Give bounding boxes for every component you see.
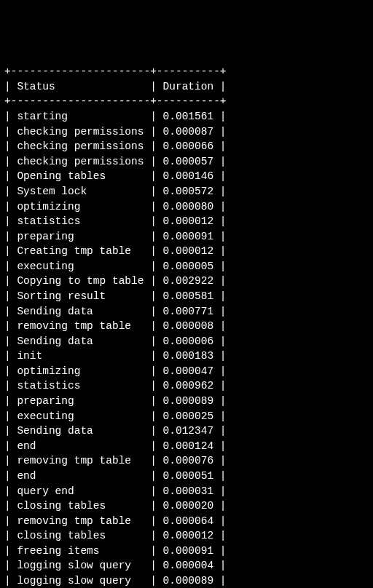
table-row: | removing tmp table | 0.000064 |: [4, 514, 369, 529]
table-row: | end | 0.000124 |: [4, 439, 369, 454]
table-row: | optimizing | 0.000080 |: [4, 199, 369, 215]
table-row: | checking permissions | 0.000087 |: [4, 124, 369, 140]
table-sep-mid: +----------------------+----------+: [4, 94, 369, 109]
table-row: | removing tmp table | 0.000076 |: [4, 453, 369, 469]
table-row: | logging slow query | 0.000089 |: [4, 573, 369, 588]
table-row: | init | 0.000183 |: [4, 349, 369, 364]
table-row: | Copying to tmp table | 0.002922 |: [4, 274, 369, 289]
table-row: | executing | 0.000005 |: [4, 259, 369, 274]
table-header: | Status | Duration |: [4, 79, 369, 95]
table-row: | optimizing | 0.000047 |: [4, 364, 369, 379]
table-row: | closing tables | 0.000012 |: [4, 528, 369, 544]
table-row: | freeing items | 0.000091 |: [4, 544, 369, 559]
table-row: | Opening tables | 0.000146 |: [4, 169, 369, 184]
table-row: | executing | 0.000025 |: [4, 409, 369, 424]
table-row: | checking permissions | 0.000057 |: [4, 154, 369, 170]
table-row: | Creating tmp table | 0.000012 |: [4, 244, 369, 259]
table-row: | preparing | 0.000089 |: [4, 394, 369, 409]
table-row: | System lock | 0.000572 |: [4, 184, 369, 199]
table-row: | Sorting result | 0.000581 |: [4, 289, 369, 304]
table-row: | statistics | 0.000012 |: [4, 214, 369, 229]
table-row: | closing tables | 0.000020 |: [4, 498, 369, 514]
table-row: | statistics | 0.000962 |: [4, 378, 369, 394]
table-row: | query end | 0.000031 |: [4, 484, 369, 499]
table-row: | Sending data | 0.000006 |: [4, 334, 369, 349]
table-sep-top: +----------------------+----------+: [4, 64, 369, 79]
table-row: | end | 0.000051 |: [4, 469, 369, 484]
table-row: | preparing | 0.000091 |: [4, 229, 369, 245]
terminal-output: +----------------------+----------+| Sta…: [4, 64, 369, 588]
table-row: | removing tmp table | 0.000008 |: [4, 319, 369, 334]
table-row: | Sending data | 0.012347 |: [4, 424, 369, 439]
table-row: | Sending data | 0.000771 |: [4, 304, 369, 319]
table-row: | starting | 0.001561 |: [4, 109, 369, 124]
table-row: | checking permissions | 0.000066 |: [4, 139, 369, 154]
table-row: | logging slow query | 0.000004 |: [4, 558, 369, 573]
